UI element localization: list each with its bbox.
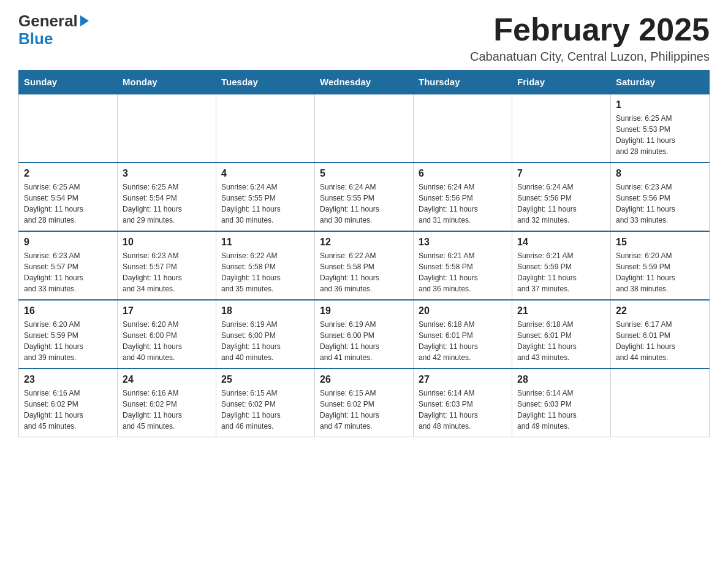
day-info: Sunrise: 6:25 AMSunset: 5:54 PMDaylight:… — [24, 182, 112, 226]
logo: General Blue — [18, 12, 89, 47]
day-info: Sunrise: 6:22 AMSunset: 5:58 PMDaylight:… — [320, 250, 408, 294]
day-number: 7 — [517, 168, 605, 179]
calendar-cell: 18Sunrise: 6:19 AMSunset: 6:00 PMDayligh… — [216, 300, 315, 369]
day-info: Sunrise: 6:21 AMSunset: 5:59 PMDaylight:… — [517, 250, 605, 294]
day-info: Sunrise: 6:22 AMSunset: 5:58 PMDaylight:… — [221, 250, 309, 294]
calendar-cell: 22Sunrise: 6:17 AMSunset: 6:01 PMDayligh… — [611, 300, 710, 369]
calendar-cell — [19, 94, 118, 163]
calendar-cell: 21Sunrise: 6:18 AMSunset: 6:01 PMDayligh… — [512, 300, 611, 369]
calendar-cell: 25Sunrise: 6:15 AMSunset: 6:02 PMDayligh… — [216, 369, 315, 437]
day-number: 10 — [123, 237, 211, 248]
day-number: 18 — [221, 305, 309, 316]
day-info: Sunrise: 6:24 AMSunset: 5:56 PMDaylight:… — [419, 182, 507, 226]
day-info: Sunrise: 6:14 AMSunset: 6:03 PMDaylight:… — [419, 388, 507, 432]
day-info: Sunrise: 6:21 AMSunset: 5:58 PMDaylight:… — [419, 250, 507, 294]
calendar-cell — [512, 94, 611, 163]
calendar-cell — [414, 94, 512, 163]
day-info: Sunrise: 6:23 AMSunset: 5:57 PMDaylight:… — [24, 250, 112, 294]
calendar-cell: 26Sunrise: 6:15 AMSunset: 6:02 PMDayligh… — [315, 369, 414, 437]
day-info: Sunrise: 6:16 AMSunset: 6:02 PMDaylight:… — [24, 388, 112, 432]
day-number: 20 — [419, 305, 507, 316]
day-info: Sunrise: 6:17 AMSunset: 6:01 PMDaylight:… — [616, 319, 704, 363]
day-info: Sunrise: 6:15 AMSunset: 6:02 PMDaylight:… — [221, 388, 309, 432]
day-number: 2 — [24, 168, 112, 179]
day-number: 26 — [320, 374, 408, 385]
page-header: General Blue February 2025 Cabanatuan Ci… — [18, 12, 710, 64]
calendar-cell: 3Sunrise: 6:25 AMSunset: 5:54 PMDaylight… — [118, 163, 216, 231]
calendar-header-sunday: Sunday — [19, 71, 118, 94]
title-section: February 2025 Cabanatuan City, Central L… — [470, 12, 710, 64]
logo-general-label: General — [18, 12, 78, 30]
day-number: 21 — [517, 305, 605, 316]
day-number: 22 — [616, 305, 704, 316]
day-number: 14 — [517, 237, 605, 248]
day-number: 19 — [320, 305, 408, 316]
calendar-cell: 19Sunrise: 6:19 AMSunset: 6:00 PMDayligh… — [315, 300, 414, 369]
calendar-cell: 13Sunrise: 6:21 AMSunset: 5:58 PMDayligh… — [414, 231, 512, 300]
day-info: Sunrise: 6:15 AMSunset: 6:02 PMDaylight:… — [320, 388, 408, 432]
day-number: 1 — [616, 99, 704, 110]
calendar-cell: 14Sunrise: 6:21 AMSunset: 5:59 PMDayligh… — [512, 231, 611, 300]
day-number: 11 — [221, 237, 309, 248]
day-number: 25 — [221, 374, 309, 385]
calendar-header-saturday: Saturday — [611, 71, 710, 94]
day-info: Sunrise: 6:19 AMSunset: 6:00 PMDaylight:… — [221, 319, 309, 363]
calendar-week-row: 16Sunrise: 6:20 AMSunset: 5:59 PMDayligh… — [19, 300, 710, 369]
day-number: 12 — [320, 237, 408, 248]
day-number: 6 — [419, 168, 507, 179]
calendar-cell — [611, 369, 710, 437]
calendar-cell: 10Sunrise: 6:23 AMSunset: 5:57 PMDayligh… — [118, 231, 216, 300]
calendar-cell: 28Sunrise: 6:14 AMSunset: 6:03 PMDayligh… — [512, 369, 611, 437]
calendar-cell: 16Sunrise: 6:20 AMSunset: 5:59 PMDayligh… — [19, 300, 118, 369]
logo-general-text: General — [18, 12, 89, 30]
logo-blue-text: Blue — [18, 30, 89, 48]
calendar-cell: 5Sunrise: 6:24 AMSunset: 5:55 PMDaylight… — [315, 163, 414, 231]
calendar-cell: 11Sunrise: 6:22 AMSunset: 5:58 PMDayligh… — [216, 231, 315, 300]
calendar-cell: 7Sunrise: 6:24 AMSunset: 5:56 PMDaylight… — [512, 163, 611, 231]
calendar-cell: 27Sunrise: 6:14 AMSunset: 6:03 PMDayligh… — [414, 369, 512, 437]
day-number: 13 — [419, 237, 507, 248]
logo-triangle-icon — [80, 15, 89, 26]
day-info: Sunrise: 6:24 AMSunset: 5:55 PMDaylight:… — [221, 182, 309, 226]
day-number: 23 — [24, 374, 112, 385]
calendar-cell: 24Sunrise: 6:16 AMSunset: 6:02 PMDayligh… — [118, 369, 216, 437]
day-info: Sunrise: 6:23 AMSunset: 5:56 PMDaylight:… — [616, 182, 704, 226]
day-number: 8 — [616, 168, 704, 179]
day-info: Sunrise: 6:16 AMSunset: 6:02 PMDaylight:… — [123, 388, 211, 432]
day-number: 17 — [123, 305, 211, 316]
calendar-header-row: SundayMondayTuesdayWednesdayThursdayFrid… — [19, 71, 710, 94]
subtitle: Cabanatuan City, Central Luzon, Philippi… — [470, 50, 710, 64]
day-info: Sunrise: 6:20 AMSunset: 5:59 PMDaylight:… — [616, 250, 704, 294]
day-info: Sunrise: 6:18 AMSunset: 6:01 PMDaylight:… — [419, 319, 507, 363]
calendar-header-tuesday: Tuesday — [216, 71, 315, 94]
calendar-cell: 12Sunrise: 6:22 AMSunset: 5:58 PMDayligh… — [315, 231, 414, 300]
calendar-cell: 23Sunrise: 6:16 AMSunset: 6:02 PMDayligh… — [19, 369, 118, 437]
calendar-cell: 8Sunrise: 6:23 AMSunset: 5:56 PMDaylight… — [611, 163, 710, 231]
calendar-cell — [216, 94, 315, 163]
day-info: Sunrise: 6:19 AMSunset: 6:00 PMDaylight:… — [320, 319, 408, 363]
calendar-cell: 15Sunrise: 6:20 AMSunset: 5:59 PMDayligh… — [611, 231, 710, 300]
day-info: Sunrise: 6:24 AMSunset: 5:55 PMDaylight:… — [320, 182, 408, 226]
calendar-cell — [315, 94, 414, 163]
calendar-week-row: 9Sunrise: 6:23 AMSunset: 5:57 PMDaylight… — [19, 231, 710, 300]
calendar-cell: 1Sunrise: 6:25 AMSunset: 5:53 PMDaylight… — [611, 94, 710, 163]
day-info: Sunrise: 6:25 AMSunset: 5:53 PMDaylight:… — [616, 113, 704, 157]
calendar-header-friday: Friday — [512, 71, 611, 94]
day-info: Sunrise: 6:18 AMSunset: 6:01 PMDaylight:… — [517, 319, 605, 363]
calendar-cell — [118, 94, 216, 163]
day-number: 9 — [24, 237, 112, 248]
day-number: 3 — [123, 168, 211, 179]
day-number: 16 — [24, 305, 112, 316]
day-number: 27 — [419, 374, 507, 385]
day-number: 15 — [616, 237, 704, 248]
day-info: Sunrise: 6:14 AMSunset: 6:03 PMDaylight:… — [517, 388, 605, 432]
calendar-cell: 2Sunrise: 6:25 AMSunset: 5:54 PMDaylight… — [19, 163, 118, 231]
calendar-cell: 9Sunrise: 6:23 AMSunset: 5:57 PMDaylight… — [19, 231, 118, 300]
day-number: 24 — [123, 374, 211, 385]
calendar-week-row: 1Sunrise: 6:25 AMSunset: 5:53 PMDaylight… — [19, 94, 710, 163]
day-info: Sunrise: 6:20 AMSunset: 5:59 PMDaylight:… — [24, 319, 112, 363]
calendar-header-thursday: Thursday — [414, 71, 512, 94]
day-number: 4 — [221, 168, 309, 179]
day-number: 5 — [320, 168, 408, 179]
day-info: Sunrise: 6:20 AMSunset: 6:00 PMDaylight:… — [123, 319, 211, 363]
